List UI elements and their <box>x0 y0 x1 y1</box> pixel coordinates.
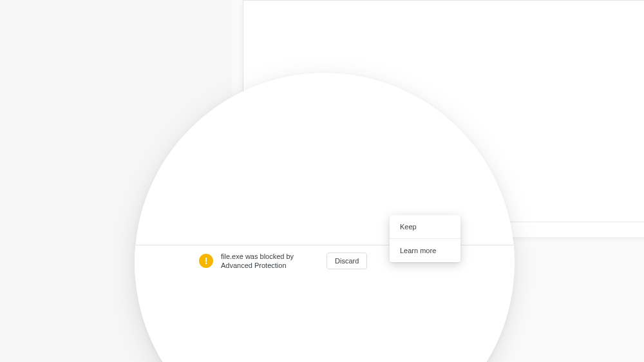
keep-menu-item[interactable]: Keep <box>390 215 460 238</box>
warning-icon: ! <box>199 254 213 268</box>
discard-button[interactable]: Discard <box>327 252 367 269</box>
download-options-menu: Keep Learn more <box>390 215 460 262</box>
learn-more-menu-item[interactable]: Learn more <box>390 239 460 262</box>
blocked-message: file.exe was blocked by Advanced Protect… <box>221 252 317 270</box>
